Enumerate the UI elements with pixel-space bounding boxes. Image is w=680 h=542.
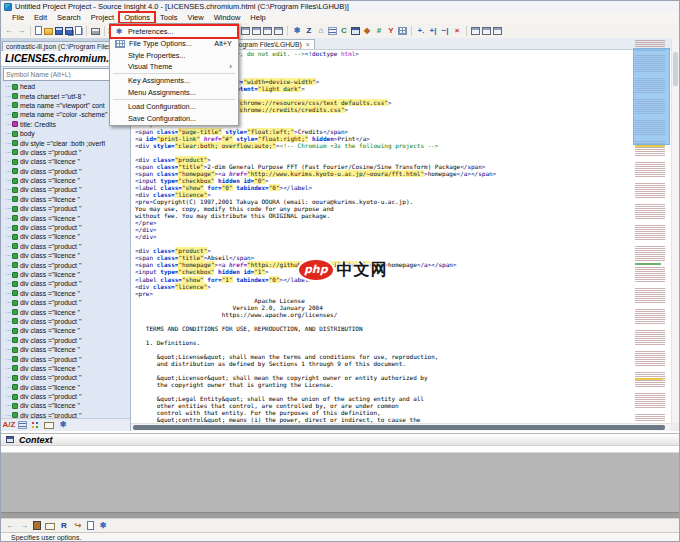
tree-item[interactable]: div class ="licence " (3, 401, 130, 410)
context-forward-icon[interactable]: → (19, 521, 29, 531)
tree-item[interactable]: div class ="product " (3, 260, 130, 269)
tree-item-label: div class ="licence " (20, 215, 80, 222)
indent-add-icon[interactable]: +| (428, 26, 438, 36)
menu-item-menu-assignments[interactable]: Menu Assignments... (110, 87, 238, 98)
tree-item[interactable]: div class ="product " (3, 354, 130, 363)
settings-icon[interactable]: ✱ (292, 26, 302, 36)
home-icon[interactable]: ⌂ (316, 26, 326, 36)
zoom-icon[interactable]: Z (304, 26, 314, 36)
back-icon[interactable]: ← (4, 26, 14, 36)
context-book-open-icon[interactable] (45, 523, 55, 530)
context-relation-icon[interactable]: R (59, 521, 69, 531)
layout-one-icon[interactable] (241, 27, 250, 35)
tree-item[interactable]: div class ="product " (3, 279, 130, 288)
tree-item[interactable]: div class ="licence " (3, 213, 130, 222)
delete-icon[interactable]: × (452, 26, 462, 36)
menubar-item-options[interactable]: Options (119, 12, 155, 23)
diamond-icon[interactable]: ◆ (362, 26, 372, 36)
tree-item[interactable]: div class ="licence " (3, 326, 130, 335)
vertical-scrollbar[interactable] (671, 38, 679, 423)
open-file-icon[interactable] (44, 28, 53, 35)
tree-item[interactable]: div class ="product " (3, 373, 130, 382)
menubar-item-search[interactable]: Search (52, 12, 86, 23)
menubar-item-window[interactable]: Window (209, 12, 246, 23)
menubar-item-edit[interactable]: Edit (29, 12, 52, 23)
layout-two-icon[interactable] (252, 27, 261, 35)
menu-item-preferences[interactable]: ✱Preferences... (110, 25, 238, 38)
tree-item[interactable]: div class ="product " (3, 298, 130, 307)
horizontal-scrollbar-thumb[interactable] (133, 425, 665, 430)
forward-icon[interactable]: → (16, 26, 26, 36)
window-icon[interactable] (351, 27, 360, 35)
tree-item[interactable]: div class ="licence " (3, 289, 130, 298)
tree-item[interactable]: div class ="product " (3, 167, 130, 176)
refresh-icon[interactable]: C (339, 26, 349, 36)
context-exit-icon[interactable]: ↪ (73, 521, 83, 531)
sidebar-pane-tab[interactable]: contrastic-ill.json (C:\Program Files (2, 41, 115, 51)
tree-item[interactable]: div class ="product " (3, 336, 130, 345)
context-book-icon[interactable] (33, 521, 41, 530)
menubar-item-help[interactable]: Help (245, 12, 270, 23)
minimap[interactable] (633, 40, 670, 422)
menubar-item-project[interactable]: Project (86, 12, 119, 23)
sort-az-icon[interactable]: A/Z (4, 420, 14, 430)
tree-item[interactable]: div class ="licence " (3, 176, 130, 185)
tree-item[interactable]: div class ="licence " (3, 195, 130, 204)
panel-settings-gear-icon[interactable]: ✱ (58, 420, 68, 430)
menu-item-style-properties[interactable]: Style Properties... (110, 49, 238, 60)
menu-item-save-configuration[interactable]: Save Configuration... (110, 112, 238, 123)
tree-item[interactable]: div class ="product " (3, 242, 130, 251)
copy-icon[interactable] (75, 26, 82, 35)
tree-item[interactable]: div class ="licence " (3, 251, 130, 260)
indent-remove-icon[interactable]: −| (440, 26, 450, 36)
print-icon[interactable] (91, 28, 100, 35)
tab-close-icon[interactable]: × (306, 41, 310, 48)
tree-item[interactable]: div class ="product " (3, 185, 130, 194)
context-page-icon[interactable] (87, 521, 94, 530)
menubar-item-file[interactable]: File (7, 12, 29, 23)
context-gear-icon[interactable]: ✱ (98, 521, 108, 531)
window-b-icon[interactable] (482, 27, 491, 35)
tree-item[interactable]: div class ="licence " (3, 383, 130, 392)
save-icon[interactable] (55, 27, 63, 35)
tree-item[interactable]: body (3, 129, 130, 138)
doc-list-icon[interactable] (328, 27, 337, 35)
tree-item[interactable]: div class ="product " (3, 392, 130, 401)
list-view-icon[interactable] (18, 421, 27, 429)
menubar-item-tools[interactable]: Tools (155, 12, 183, 23)
save-all-icon[interactable] (65, 27, 73, 35)
tree-item[interactable]: div style ="clear :both ;overfl (3, 138, 130, 147)
window-c-icon[interactable] (493, 27, 502, 35)
menu-item-visual-theme[interactable]: Visual Theme› (110, 61, 238, 72)
tree-item[interactable]: div class ="product " (3, 317, 130, 326)
color-groups-icon[interactable] (31, 421, 40, 429)
hash-icon[interactable]: # (374, 26, 384, 36)
horizontal-scrollbar[interactable] (131, 423, 671, 431)
context-back-icon[interactable]: ← (5, 521, 15, 531)
menubar-item-view[interactable]: View (183, 12, 209, 23)
y-icon[interactable]: Y (386, 26, 396, 36)
tree-item[interactable]: div class ="product " (3, 148, 130, 157)
grid-icon[interactable] (398, 27, 407, 35)
window-a-icon[interactable] (471, 27, 480, 35)
tree-item[interactable]: div class ="licence " (3, 364, 130, 373)
layout-three-icon[interactable] (263, 27, 272, 35)
tree-item[interactable]: div class ="licence " (3, 270, 130, 279)
tree-item[interactable]: div class ="licence " (3, 232, 130, 241)
menu-item-label: Load Configuration... (128, 102, 196, 111)
vertical-scrollbar-thumb[interactable] (673, 52, 678, 86)
context-panel-header[interactable]: Context (1, 433, 679, 446)
menu-item-file-type-options[interactable]: File Type Options...Alt+Y (110, 38, 238, 49)
tree-item[interactable]: div class ="licence " (3, 345, 130, 354)
tree-item[interactable]: div class ="licence " (3, 157, 130, 166)
minimap-viewport[interactable] (633, 48, 670, 145)
layout-four-icon[interactable] (274, 27, 283, 35)
book-view-icon[interactable] (44, 422, 54, 429)
menu-item-key-assignments[interactable]: Key Assignments... (110, 75, 238, 86)
tree-item[interactable]: div class ="licence " (3, 307, 130, 316)
menu-item-load-configuration[interactable]: Load Configuration... (110, 101, 238, 112)
new-file-icon[interactable] (35, 26, 42, 35)
tree-item[interactable]: div class ="product " (3, 223, 130, 232)
add-dot-icon[interactable]: +. (416, 26, 426, 36)
tree-item[interactable]: div class ="product " (3, 204, 130, 213)
